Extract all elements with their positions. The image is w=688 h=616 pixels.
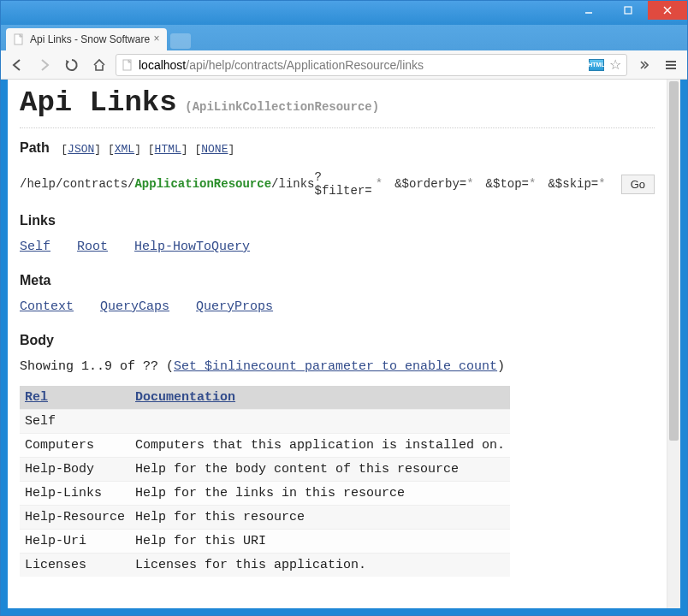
body-showing-text: Showing 1..9 of ?? (Set $inlinecount par…: [20, 359, 655, 374]
col-doc-header[interactable]: Documentation: [135, 390, 235, 405]
page-favicon-icon: [13, 33, 25, 45]
inlinecount-link[interactable]: Set $inlinecount parameter to enable cou…: [174, 359, 497, 374]
forward-button[interactable]: [33, 54, 56, 76]
format-none-link[interactable]: NONE: [201, 143, 228, 156]
link-root[interactable]: Root: [77, 240, 108, 254]
window-minimize-button[interactable]: [569, 1, 608, 20]
path-format-links: [JSON] [XML] [HTML] [NONE]: [61, 143, 234, 156]
path-heading: Path: [20, 140, 50, 155]
page-subtitle: (ApiLinkCollectionResource): [185, 100, 379, 114]
cell-doc: Help for this URI: [130, 530, 510, 554]
window-titlebar: [1, 1, 687, 25]
links-heading: Links: [20, 213, 56, 228]
meta-row: Context QueryCaps QueryProps: [20, 299, 655, 314]
overflow-chevron-button[interactable]: [632, 54, 655, 76]
query-skip-val: *: [598, 177, 605, 191]
table-row: LicensesLicenses for this application.: [20, 554, 510, 578]
path-line: /help /contracts/ ApplicationResource /l…: [20, 170, 655, 198]
tab-close-button[interactable]: ×: [151, 33, 162, 44]
meta-heading: Meta: [20, 273, 50, 287]
query-top: &$top=: [486, 177, 529, 191]
showing-suffix: ): [497, 359, 505, 374]
bookmark-star-icon[interactable]: ☆: [609, 56, 621, 73]
browser-toolbar: localhost/api/help/contracts/Application…: [1, 50, 687, 80]
window-close-button[interactable]: [648, 1, 687, 20]
path-seg-links: /links: [271, 177, 314, 191]
scrollbar-thumb[interactable]: [669, 81, 679, 441]
cell-rel: Help-Links: [20, 482, 130, 506]
tabstrip: Api Links - Snow Software ×: [1, 25, 687, 50]
cell-rel: Help-Body: [20, 458, 130, 482]
html-badge-icon: HTML: [589, 59, 604, 71]
format-json-link[interactable]: JSON: [68, 143, 94, 156]
meta-context[interactable]: Context: [20, 299, 74, 314]
query-orderby-val: *: [466, 177, 473, 191]
query-filter: ?$filter=: [315, 170, 376, 198]
cell-doc: Computers that this application is insta…: [130, 434, 510, 458]
table-row: Help-LinksHelp for the links in this res…: [20, 482, 510, 506]
cell-rel: Licenses: [20, 554, 130, 578]
link-self[interactable]: Self: [20, 240, 50, 254]
cell-doc: Help for this resource: [130, 506, 510, 530]
cell-rel: Computers: [20, 434, 130, 458]
page-viewport: Api Links (ApiLinkCollectionResource) Pa…: [8, 80, 680, 608]
page-icon: [122, 59, 133, 71]
table-row: Self: [20, 410, 510, 434]
link-help-howtoquery[interactable]: Help-HowToQuery: [134, 240, 250, 254]
cell-doc: Licenses for this application.: [130, 554, 510, 578]
cell-doc: Help for the links in this resource: [130, 482, 510, 506]
back-button[interactable]: [6, 54, 28, 76]
showing-prefix: Showing 1..9 of ?? (: [20, 359, 174, 374]
table-row: Help-UriHelp for this URI: [20, 530, 510, 554]
cell-rel: Help-Resource: [20, 506, 130, 530]
format-html-link[interactable]: HTML: [155, 143, 181, 156]
window-maximize-button[interactable]: [608, 1, 648, 20]
table-row: Help-ResourceHelp for this resource: [20, 506, 510, 530]
query-filter-val: *: [376, 177, 383, 191]
cell-doc: [130, 410, 510, 434]
body-heading: Body: [20, 333, 54, 347]
cell-doc: Help for the body content of this resour…: [130, 458, 510, 482]
browser-tab[interactable]: Api Links - Snow Software ×: [6, 28, 167, 50]
cell-rel: Help-Uri: [20, 530, 130, 554]
svg-rect-1: [625, 7, 632, 14]
table-row: ComputersComputers that this application…: [20, 434, 510, 458]
go-button[interactable]: Go: [621, 175, 655, 194]
url-path: /api/help/contracts/ApplicationResource/…: [186, 58, 424, 72]
vertical-scrollbar[interactable]: [667, 80, 680, 608]
menu-button[interactable]: [660, 54, 682, 76]
path-seg-contracts: /contracts/: [56, 177, 134, 191]
home-button[interactable]: [88, 54, 110, 76]
page-title: Api Links: [20, 86, 177, 119]
reload-button[interactable]: [61, 54, 83, 76]
table-row: Help-BodyHelp for the body content of th…: [20, 458, 510, 482]
path-seg-help: /help: [20, 177, 56, 191]
tab-title: Api Links - Snow Software: [30, 33, 150, 45]
format-xml-link[interactable]: XML: [115, 143, 134, 156]
page-content: Api Links (ApiLinkCollectionResource) Pa…: [8, 80, 667, 589]
browser-window: Api Links - Snow Software × localhost/ap…: [0, 0, 688, 616]
links-row: Self Root Help-HowToQuery: [20, 240, 655, 254]
query-skip: &$skip=: [548, 177, 598, 191]
query-orderby: &$orderby=: [394, 177, 466, 191]
query-top-val: *: [529, 177, 536, 191]
path-seg-resource: ApplicationResource: [134, 177, 271, 191]
address-bar[interactable]: localhost/api/help/contracts/Application…: [116, 54, 627, 76]
meta-querycaps[interactable]: QueryCaps: [100, 299, 169, 314]
body-table: Rel Documentation SelfComputersComputers…: [20, 386, 510, 577]
new-tab-button[interactable]: [170, 33, 191, 49]
meta-queryprops[interactable]: QueryProps: [196, 299, 273, 314]
cell-rel: Self: [20, 410, 130, 434]
url-host: localhost: [139, 58, 186, 72]
col-rel-header[interactable]: Rel: [25, 390, 48, 405]
